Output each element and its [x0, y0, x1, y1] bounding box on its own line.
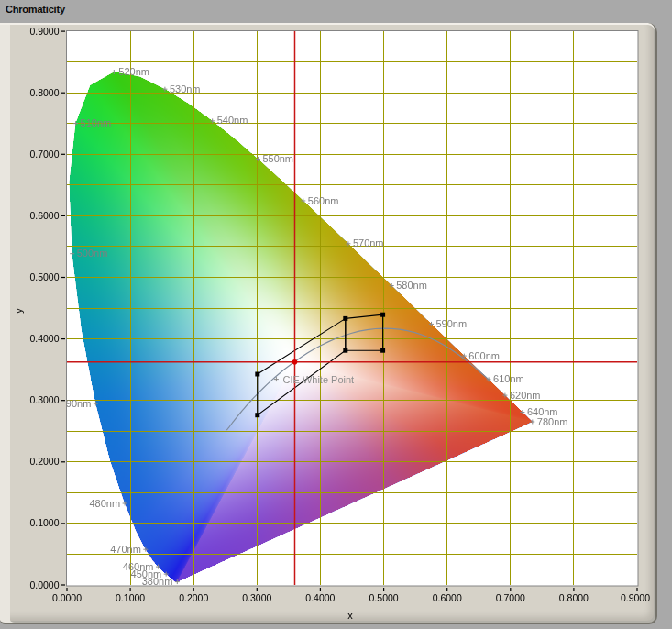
svg-text:510nm: 510nm [81, 117, 112, 128]
svg-text:600nm: 600nm [468, 350, 500, 361]
svg-text:460nm: 460nm [123, 561, 154, 572]
svg-text:0.9000: 0.9000 [621, 592, 650, 603]
svg-text:560nm: 560nm [308, 195, 339, 206]
svg-text:0.1000: 0.1000 [29, 517, 59, 528]
svg-text:0.2000: 0.2000 [179, 592, 208, 603]
svg-text:520nm: 520nm [118, 66, 149, 77]
svg-text:0.7000: 0.7000 [496, 592, 525, 603]
svg-text:0.4000: 0.4000 [305, 592, 335, 603]
svg-text:570nm: 570nm [353, 237, 384, 248]
svg-text:480nm: 480nm [89, 498, 120, 509]
svg-text:0.6000: 0.6000 [433, 592, 462, 603]
svg-text:0.6000: 0.6000 [29, 210, 59, 221]
svg-text:620nm: 620nm [510, 390, 541, 401]
svg-text:0.2000: 0.2000 [29, 456, 59, 467]
svg-text:580nm: 580nm [396, 280, 427, 291]
svg-text:0.4000: 0.4000 [29, 333, 59, 344]
svg-text:540nm: 540nm [217, 115, 248, 126]
svg-text:530nm: 530nm [170, 83, 201, 94]
svg-text:0.5000: 0.5000 [369, 592, 399, 603]
svg-text:490nm: 490nm [61, 398, 92, 409]
svg-text:0.3000: 0.3000 [29, 394, 59, 405]
svg-text:500nm: 500nm [77, 248, 108, 259]
svg-text:CIE White Point: CIE White Point [283, 374, 355, 385]
svg-text:0.0000: 0.0000 [52, 592, 82, 603]
svg-text:0.1000: 0.1000 [116, 592, 145, 603]
svg-text:0.8000: 0.8000 [559, 592, 589, 603]
svg-text:470nm: 470nm [110, 544, 141, 555]
svg-text:0.5000: 0.5000 [29, 271, 59, 282]
svg-text:x: x [347, 610, 353, 621]
svg-text:780nm: 780nm [537, 416, 568, 427]
svg-text:y: y [13, 308, 24, 314]
svg-text:0.9000: 0.9000 [29, 26, 59, 37]
svg-text:590nm: 590nm [436, 318, 468, 329]
svg-text:0.8000: 0.8000 [29, 87, 59, 98]
svg-text:550nm: 550nm [262, 153, 293, 164]
svg-text:610nm: 610nm [493, 373, 524, 384]
svg-text:0.3000: 0.3000 [242, 592, 271, 603]
svg-text:0.0000: 0.0000 [29, 579, 59, 590]
svg-text:0.7000: 0.7000 [29, 149, 59, 160]
